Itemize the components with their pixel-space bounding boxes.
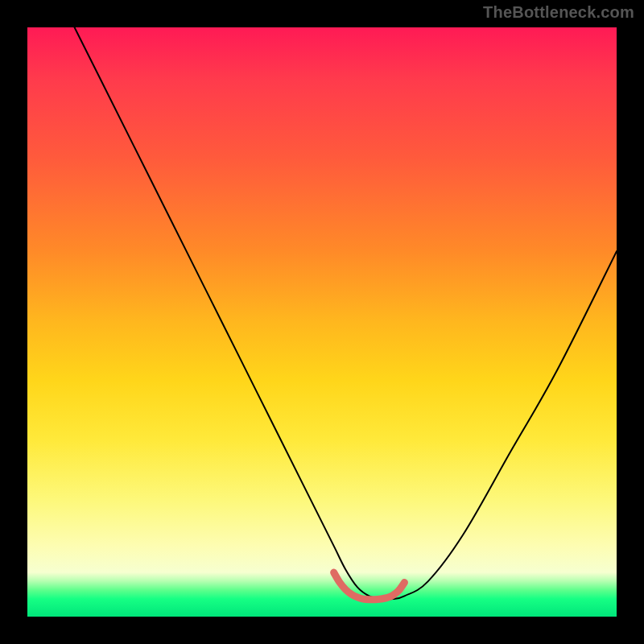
plot-area — [27, 27, 617, 617]
chart-frame: TheBottleneck.com — [0, 0, 644, 644]
bottleneck-curve — [75, 27, 617, 600]
watermark-text: TheBottleneck.com — [483, 3, 634, 22]
chart-svg — [27, 27, 617, 617]
